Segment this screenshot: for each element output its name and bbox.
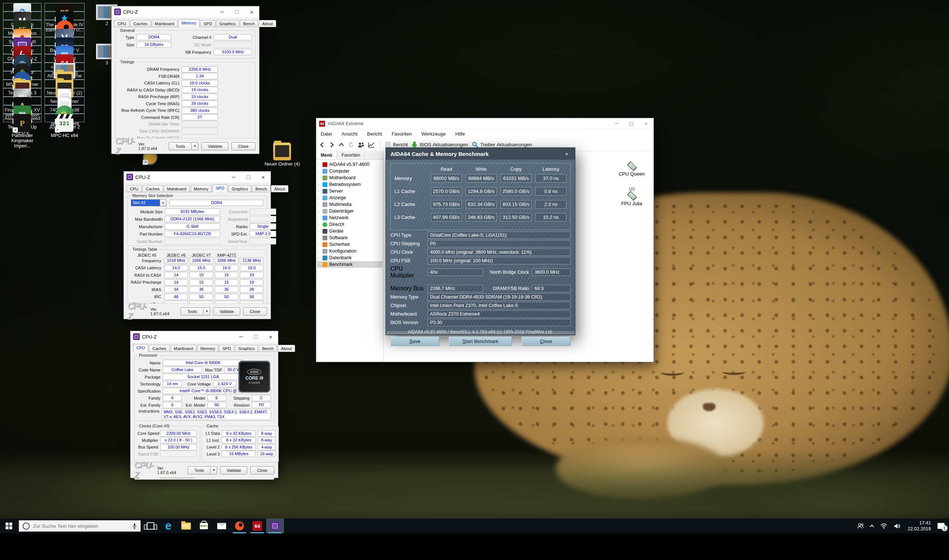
tab[interactable]: CPU <box>127 185 142 192</box>
close-dialog-button[interactable]: Close <box>522 337 571 346</box>
tab[interactable]: Caches <box>149 345 170 352</box>
close-button[interactable]: × <box>559 148 575 160</box>
desktop-icon[interactable]: SC ↗ StarCraft II <box>45 37 85 46</box>
tools-dropdown-icon[interactable]: ▼ <box>204 308 210 315</box>
tab[interactable]: Graphics <box>235 345 258 352</box>
tree-item[interactable]: › AIDA64 v5.97.4600 <box>317 161 383 168</box>
desktop-icon[interactable]: ↗ 740i 1996 e38 <box>45 88 85 97</box>
desktop-icon[interactable]: ↗ Neuer Ordner <box>45 80 85 88</box>
maximize-button[interactable] <box>230 6 244 17</box>
desktop-icon[interactable]: ↗ Neuer Ordner (2) <box>45 71 85 80</box>
chevron-right-icon[interactable]: › <box>318 202 321 207</box>
microphone-icon[interactable] <box>132 523 137 529</box>
tree-item[interactable]: › Datenbank <box>317 254 383 261</box>
close-window-button[interactable]: Close <box>243 308 267 315</box>
benchmark-item[interactable]: 123 FPU Julia <box>604 179 654 206</box>
tree-item[interactable]: › Netzwerk <box>317 214 383 221</box>
volume-icon[interactable] <box>894 523 901 529</box>
desktop-icon[interactable]: ▮ ↗ Core Temp <box>3 29 42 37</box>
taskbar-cpuz-button[interactable] <box>266 518 284 533</box>
tree-item[interactable]: › Anzeige <box>317 194 383 201</box>
tab[interactable]: SPD <box>200 20 215 27</box>
action-center-button[interactable]: 1 <box>938 523 944 529</box>
desktop-icon[interactable]: ↷ ↗ JDownloader 2 <box>45 105 85 114</box>
tab[interactable]: Bench <box>240 20 258 27</box>
tree-item[interactable]: › DirectX <box>317 221 383 228</box>
tree-item[interactable]: › Multimedia <box>317 201 383 208</box>
desktop[interactable]: ♻ ↗ Papierkorb M ↗ Metro Exodus <box>0 0 949 533</box>
chevron-right-icon[interactable]: › <box>318 189 321 193</box>
desktop-icon[interactable]: ◈ ↗ MSI Afterburner <box>3 63 42 71</box>
show-hidden-icons-chevron[interactable] <box>870 525 874 529</box>
tree-item[interactable]: › Computer <box>317 168 383 174</box>
desktop-icon[interactable]: 64 ↗ AIDA64 Extreme <box>45 54 85 63</box>
forward-button[interactable] <box>329 142 335 148</box>
maximize-button[interactable] <box>248 331 263 342</box>
users-icon[interactable] <box>358 142 364 148</box>
desktop-icon[interactable]: SF ↗ SpellForce III <box>3 20 42 29</box>
tab[interactable]: Memory <box>191 185 212 192</box>
desktop-icon[interactable]: * ↗ Battle.net <box>45 11 85 20</box>
panel-tab[interactable]: Favoriten <box>337 151 365 159</box>
back-button[interactable] <box>319 142 325 148</box>
chevron-right-icon[interactable]: › <box>318 162 321 167</box>
chevron-right-icon[interactable]: › <box>318 262 321 267</box>
save-button[interactable]: Save <box>390 337 439 346</box>
tools-button[interactable]: Tools <box>169 142 192 150</box>
tab[interactable]: Bench <box>252 185 270 192</box>
up-button[interactable] <box>338 142 344 148</box>
tools-dropdown-icon[interactable]: ▼ <box>192 142 198 150</box>
desktop-icon[interactable]: ♻ ↗ Papierkorb <box>3 3 42 11</box>
chevron-right-icon[interactable]: › <box>318 242 321 247</box>
tree-item[interactable]: › Sicherheit <box>317 241 383 248</box>
refresh-button[interactable] <box>348 142 354 148</box>
tree-item[interactable]: › Benchmark <box>317 261 383 268</box>
desktop-icon[interactable]: Neuer Ordner (4) <box>261 143 303 167</box>
chevron-right-icon[interactable]: › <box>318 222 321 227</box>
desktop-icon[interactable]: TS ↗ TeamSpeak 3 Client <box>3 71 42 80</box>
desktop-icon[interactable]: BT ↗ The Bard's Tale IV Barrows Deep U..… <box>45 3 85 11</box>
desktop-icon[interactable]: ϟ ↗ CPUID HWMonitor <box>3 46 42 54</box>
tab[interactable]: About <box>259 20 276 27</box>
chevron-right-icon[interactable]: › <box>318 182 321 187</box>
minimize-button[interactable] <box>226 171 241 183</box>
close-button[interactable]: × <box>256 171 271 183</box>
tree-item[interactable]: › Geräte <box>317 228 383 234</box>
report-button[interactable]: Bericht <box>386 142 408 148</box>
maximize-button[interactable] <box>624 118 639 129</box>
title-bar[interactable]: CPU-Z × <box>111 6 259 17</box>
tab[interactable]: About <box>271 185 289 192</box>
search-input[interactable] <box>33 523 129 529</box>
tree-item[interactable]: › Datenträger <box>317 208 383 214</box>
tab[interactable]: Memory <box>197 345 219 352</box>
title-bar[interactable]: CPU-Z × <box>124 171 271 183</box>
validate-button[interactable]: Validate <box>213 308 240 315</box>
title-bar[interactable]: 64 AIDA64 Extreme × <box>316 118 654 129</box>
chevron-right-icon[interactable]: › <box>318 229 321 233</box>
desktop-icon[interactable]: ↗ 1 <box>45 63 85 71</box>
tree-item[interactable]: › Motherboard <box>317 174 383 181</box>
tree-item[interactable]: › Konfiguration <box>317 248 383 254</box>
maximize-button[interactable] <box>241 171 256 183</box>
minimize-button[interactable] <box>542 148 559 160</box>
taskbar-clock[interactable]: 17:41 22.02.2019 <box>907 520 931 532</box>
validate-button[interactable]: Validate <box>201 142 228 150</box>
minimize-button[interactable] <box>609 118 624 129</box>
tab[interactable]: SPD <box>212 185 228 192</box>
tab[interactable]: CPU <box>114 20 130 27</box>
chevron-right-icon[interactable]: › <box>318 169 321 173</box>
chevron-right-icon[interactable]: › <box>318 195 321 200</box>
close-button[interactable]: × <box>263 331 278 342</box>
validate-button[interactable]: Validate <box>220 466 247 474</box>
desktop-icon[interactable]: ▥ ↗ HWiNFO64 - Verknüpfung <box>45 46 85 54</box>
minimize-button[interactable] <box>233 331 248 342</box>
desktop-icon[interactable]: ↗ ram <box>3 80 42 88</box>
bios-updates-button[interactable]: BIOS Aktualisierungen <box>412 142 468 148</box>
taskbar-search[interactable] <box>19 520 141 532</box>
tools-button[interactable]: Tools <box>181 308 204 315</box>
menu-item[interactable]: Bericht <box>367 131 382 137</box>
tab[interactable]: Memory <box>178 19 200 27</box>
tab[interactable]: Graphics <box>216 20 239 27</box>
minimize-button[interactable] <box>214 6 230 17</box>
wifi-icon[interactable] <box>880 523 887 529</box>
